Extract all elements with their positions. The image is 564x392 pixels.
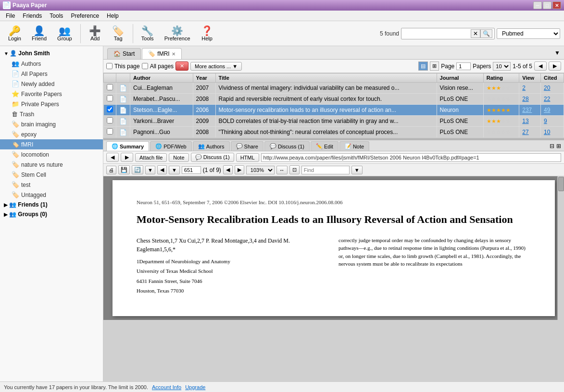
refresh-button[interactable]: 🔄	[132, 165, 143, 174]
url-field[interactable]	[261, 153, 561, 162]
sidebar-item-private[interactable]: 📁 Private Papers	[0, 99, 103, 109]
view-count[interactable]: 2	[522, 85, 526, 91]
row-cited[interactable]: 22	[541, 94, 564, 105]
row-check[interactable]	[104, 105, 116, 116]
tools-button[interactable]: 🔧 Tools	[137, 24, 158, 43]
detail-tab-note[interactable]: 📝 Note	[339, 141, 369, 151]
search-input[interactable]	[403, 30, 471, 37]
row-view[interactable]: 13	[519, 116, 541, 127]
row-checkbox[interactable]	[107, 128, 113, 135]
minimize-button[interactable]: ─	[533, 1, 542, 9]
close-button[interactable]: ✕	[552, 1, 561, 9]
row-cited[interactable]: 49	[541, 105, 564, 116]
col-rating[interactable]: Rating	[483, 74, 519, 83]
search-clear-button[interactable]: ✕	[471, 29, 480, 38]
row-view[interactable]: 27	[519, 127, 541, 138]
page-prev-button[interactable]: ◀	[157, 165, 167, 174]
row-view[interactable]: 28	[519, 94, 541, 105]
col-author[interactable]: Author	[130, 74, 193, 83]
sidebar-user[interactable]: ▼ 👤 John Smith	[0, 48, 103, 59]
row-check[interactable]	[104, 127, 116, 138]
menu-preference[interactable]: Preference	[67, 12, 103, 20]
zoom-select[interactable]: 103% 75% 100% 125% 150%	[246, 166, 275, 174]
col-year[interactable]: Year	[193, 74, 215, 83]
row-checkbox[interactable]	[107, 95, 113, 101]
find-input[interactable]	[301, 166, 350, 174]
detail-note-button[interactable]: Note	[169, 153, 188, 162]
print-button[interactable]: 🖨	[106, 166, 116, 174]
cited-count[interactable]: 49	[544, 107, 550, 113]
view-grid-button[interactable]: ⊞	[430, 61, 439, 71]
attach-file-button[interactable]: Attach file	[135, 153, 167, 162]
login-button[interactable]: 🔑 Login	[4, 24, 25, 43]
find-button[interactable]: ▼	[351, 166, 363, 174]
tag-button[interactable]: 🏷️ Tag	[108, 24, 129, 43]
html-button[interactable]: HTML	[236, 153, 259, 162]
row-cited[interactable]: 20	[541, 83, 564, 94]
pdf-scroll-thumb[interactable]	[558, 177, 564, 191]
group-button[interactable]: 👥 Group	[53, 24, 76, 43]
tab-fmri-close[interactable]: ✕	[172, 51, 175, 57]
detail-discuss-button[interactable]: 💬 Discuss (1)	[191, 153, 234, 162]
row-rating[interactable]: ☆☆☆☆☆	[483, 94, 519, 105]
sidebar-item-stem-cell[interactable]: 🏷️ Stem Cell	[0, 170, 103, 180]
add-button[interactable]: ➕ Add	[85, 24, 106, 43]
tab-fmri[interactable]: 🏷️ fMRI ✕	[142, 48, 181, 59]
table-row[interactable]: 📄 Yarkoni...Braver 2009 BOLD correlates …	[104, 116, 564, 127]
sidebar-item-favorite[interactable]: ⭐ Favorite Papers	[0, 89, 103, 99]
menu-file[interactable]: File	[2, 12, 19, 20]
search-submit-button[interactable]: 🔍	[480, 29, 492, 38]
detail-next-button[interactable]: ▶	[121, 153, 133, 162]
select-this-page-checkbox[interactable]	[106, 63, 113, 69]
sidebar-item-nature-vs-nuture[interactable]: 🏷️ nature vs nuture	[0, 159, 103, 170]
table-row[interactable]: 📄 Stetson...Eagle... 2006 Motor-sensory …	[104, 105, 564, 116]
sidebar-item-epoxy[interactable]: 🏷️ epoxy	[0, 129, 103, 139]
row-rating[interactable]: ☆☆☆☆☆	[483, 127, 519, 138]
view-count[interactable]: 13	[522, 118, 528, 124]
row-checkbox[interactable]	[107, 84, 113, 90]
view-count[interactable]: 28	[522, 96, 528, 102]
row-check[interactable]	[104, 94, 116, 105]
table-row[interactable]: 📄 Pagnoni...Guo 2008 "Thinking about not…	[104, 127, 564, 138]
col-view[interactable]: View	[519, 74, 541, 83]
row-check[interactable]	[104, 83, 116, 94]
detail-tab-share[interactable]: 💬 Share	[231, 141, 263, 151]
page-number-input[interactable]	[456, 62, 471, 70]
menu-tools[interactable]: Tools	[46, 12, 67, 20]
row-rating[interactable]: ★★★☆☆	[483, 83, 519, 94]
sidebar-item-fmri[interactable]: 🏷️ fMRI	[0, 139, 103, 149]
row-cited[interactable]: 9	[541, 116, 564, 127]
row-view[interactable]: 237	[519, 105, 541, 116]
sidebar-section-groups[interactable]: ▶ 👥 Groups (0)	[0, 209, 103, 219]
row-checkbox[interactable]	[107, 117, 113, 123]
sidebar-item-authors[interactable]: 👥 Authors	[0, 59, 103, 69]
sidebar-item-newly-added[interactable]: 📄 Newly added	[0, 79, 103, 89]
tab-start[interactable]: 🏠 Start	[107, 48, 141, 59]
papers-count-select[interactable]: 10 20 50	[493, 62, 511, 71]
maximize-button[interactable]: □	[543, 1, 551, 9]
col-title[interactable]: Title	[215, 74, 437, 83]
tab-more-button[interactable]: ▼	[554, 49, 560, 56]
cited-count[interactable]: 20	[544, 85, 550, 91]
detail-prev-button[interactable]: ◀	[106, 153, 119, 162]
sidebar-item-all-papers[interactable]: 📄 All Papers	[0, 69, 103, 79]
table-row[interactable]: 📄 Merabet...Pascu... 2008 Rapid and reve…	[104, 94, 564, 105]
fit-page-button[interactable]: ⊡	[289, 165, 300, 174]
friend-button[interactable]: 👤 Friend	[27, 24, 51, 43]
col-cited[interactable]: Cited	[541, 74, 564, 83]
cited-count[interactable]: 9	[544, 118, 547, 124]
sidebar-item-trash[interactable]: 🗑 Trash	[0, 109, 103, 119]
row-rating[interactable]: ★★★★★	[483, 105, 519, 116]
detail-tab-discuss[interactable]: 💬 Discuss (1)	[264, 141, 310, 151]
next-page-button[interactable]: ▶	[549, 61, 561, 71]
view-count[interactable]: 27	[522, 129, 528, 135]
cited-count[interactable]: 22	[544, 96, 550, 102]
upgrade-link[interactable]: Upgrade	[185, 384, 205, 390]
more-actions-button[interactable]: More actions ... ▼	[190, 62, 242, 71]
layout-icon-2[interactable]: ⊞	[556, 143, 561, 149]
dropdown-button[interactable]: ▼	[145, 166, 155, 174]
save-button[interactable]: 💾	[118, 165, 130, 174]
database-select[interactable]: Pubmed Google Scholar Web of Science	[497, 28, 560, 39]
help-button[interactable]: ❓ Help	[197, 24, 218, 43]
view-list-button[interactable]: ▤	[418, 61, 428, 71]
